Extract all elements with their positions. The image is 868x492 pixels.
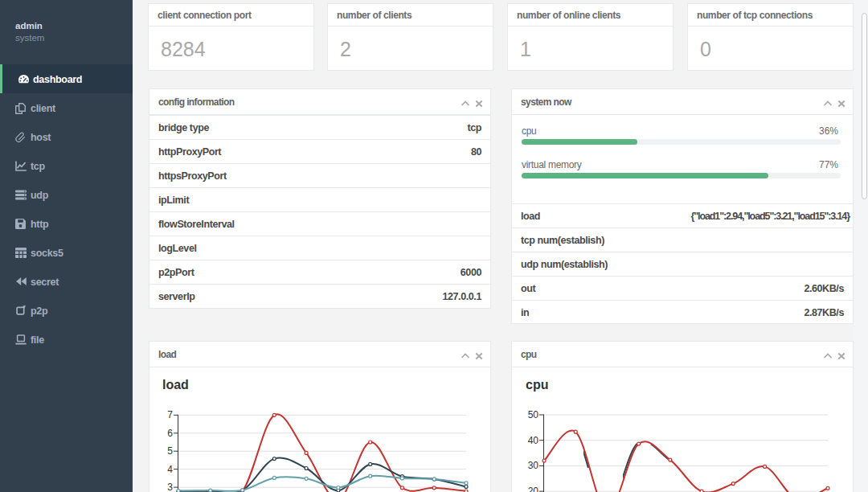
svg-text:5: 5 (167, 445, 173, 457)
svg-text:50: 50 (528, 409, 539, 420)
svg-text:3: 3 (167, 482, 173, 492)
svg-text:30: 30 (528, 460, 539, 471)
svg-text:6: 6 (167, 428, 173, 439)
svg-text:40: 40 (528, 435, 539, 446)
svg-text:4: 4 (167, 464, 173, 475)
svg-text:20: 20 (528, 486, 539, 492)
svg-text:7: 7 (167, 409, 173, 420)
